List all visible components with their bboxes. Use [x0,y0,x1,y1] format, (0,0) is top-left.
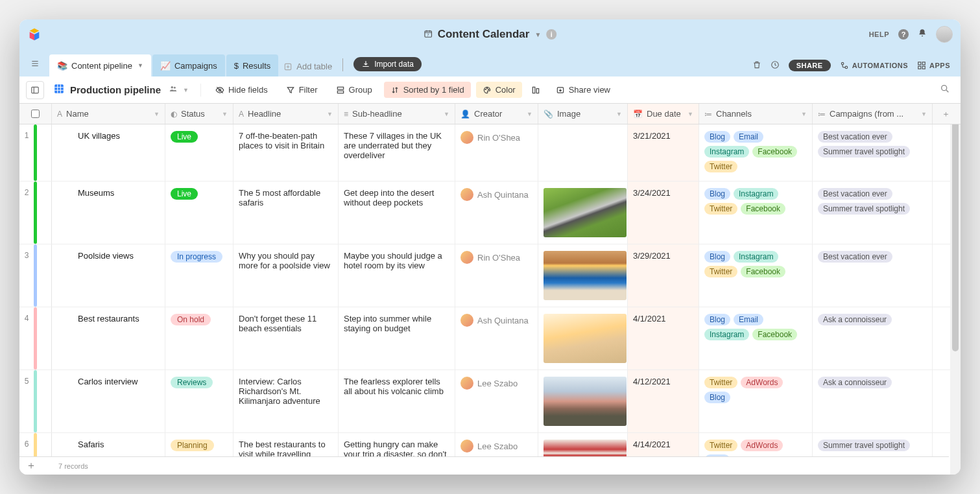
cell-due-date[interactable]: 3/24/2021 [628,182,699,244]
add-record-button[interactable]: ＋ [26,459,45,473]
cell-subheadline[interactable]: Get deep into the desert without deep po… [339,182,455,244]
hamburger-icon[interactable] [25,53,45,74]
cell-status[interactable]: On hold [165,307,233,370]
column-header-subheadline[interactable]: ≡Sub-headline▼ [339,104,455,124]
help-icon[interactable]: ? [898,29,909,40]
cell-channels[interactable]: BlogInstagramTwitterFacebook [699,182,813,244]
cell-due-date[interactable]: 4/1/2021 [628,307,699,370]
column-header-due-date[interactable]: 📅Due date▼ [628,104,699,124]
hide-fields-button[interactable]: Hide fields [209,82,274,98]
cell-channels[interactable]: BlogInstagramTwitterFacebook [699,244,813,307]
vertical-scrollbar[interactable] [950,104,961,475]
column-header-creator[interactable]: 👤Creator▼ [455,104,538,124]
import-data-button[interactable]: Import data [353,57,422,71]
trash-icon[interactable] [752,60,761,71]
info-icon[interactable]: i [546,29,556,40]
table-row[interactable]: 4 Best restaurants On hold Don't forget … [19,307,961,370]
table-row[interactable]: 5 Carlos interview Reviews Interview: Ca… [19,370,961,433]
cell-image[interactable] [538,244,628,307]
cell-name[interactable]: UK villages [52,124,165,181]
column-header-image[interactable]: 📎Image▼ [538,104,628,124]
cell-status[interactable]: Live [165,124,233,181]
cell-image[interactable] [538,182,628,244]
row-number[interactable]: 2 [19,182,52,244]
cell-headline[interactable]: Why you should pay more for a poolside v… [233,244,339,307]
cell-status[interactable]: In progress [165,244,233,307]
help-link[interactable]: HELP [869,30,889,38]
status-badge: In progress [171,251,222,263]
cell-campaigns[interactable]: Ask a connoisseur [813,307,933,370]
add-column-button[interactable]: ＋ [933,104,959,124]
table-row[interactable]: 1 UK villages Live 7 off-the-beaten-path… [19,124,961,182]
svg-rect-22 [532,87,535,93]
cell-headline[interactable]: Don't forget these 11 beach essentials [233,307,339,370]
cell-channels[interactable]: BlogEmailInstagramFacebook [699,307,813,370]
column-header-campaigns[interactable]: ≔Campaigns (from ...▼ [813,104,933,124]
share-view-button[interactable]: Share view [549,82,617,98]
table-tab[interactable]: 📈Campaigns [152,54,225,76]
table-tab[interactable]: $Results [226,54,279,76]
search-icon[interactable] [936,80,954,100]
cell-subheadline[interactable]: Step into summer while staying on budget [339,307,455,370]
column-header-name[interactable]: AName▼ [52,104,165,124]
cell-status[interactable]: Live [165,182,233,244]
cell-campaigns[interactable]: Ask a connoisseur [813,370,933,432]
column-header-status[interactable]: ◐Status▼ [165,104,233,124]
view-switcher[interactable]: Production pipeline ▼ [49,83,193,97]
cell-name[interactable]: Museums [52,182,165,244]
column-header-channels[interactable]: ≔Channels▼ [699,104,813,124]
cell-creator[interactable]: Ash Quintana [455,307,538,370]
cell-campaigns[interactable]: Best vacation everSummer travel spotligh… [813,182,933,244]
cell-headline[interactable]: Interview: Carlos Richardson's Mt. Kilim… [233,370,339,432]
table-tab[interactable]: 📚Content pipeline▼ [49,54,151,76]
group-button[interactable]: Group [329,82,379,98]
user-avatar[interactable] [936,26,953,43]
sort-button[interactable]: Sorted by 1 field [384,82,471,98]
column-header-headline[interactable]: AHeadline▼ [233,104,339,124]
cell-due-date[interactable]: 4/12/2021 [628,370,699,432]
apps-button[interactable]: APPS [917,61,950,70]
cell-due-date[interactable]: 3/21/2021 [628,124,699,181]
automations-button[interactable]: AUTOMATIONS [840,61,908,70]
row-height-button[interactable] [527,82,544,98]
cell-image[interactable] [538,124,628,181]
cell-channels[interactable]: TwitterAdWordsBlog [699,370,813,432]
bell-icon[interactable] [918,29,927,40]
cell-campaigns[interactable]: Best vacation ever [813,244,933,307]
base-title-wrap[interactable]: 7 Content Calendar ▼ i [424,28,557,41]
cell-creator[interactable]: Rin O'Shea [455,244,538,307]
apps-label: APPS [929,62,950,69]
cell-name[interactable]: Best restaurants [52,307,165,370]
cell-creator[interactable]: Lee Szabo [455,370,538,432]
row-number[interactable]: 5 [19,370,52,432]
cell-name[interactable]: Carlos interview [52,370,165,432]
svg-point-19 [485,89,486,89]
cell-image[interactable] [538,370,628,432]
table-row[interactable]: 3 Poolside views In progress Why you sho… [19,244,961,307]
row-number[interactable]: 1 [19,124,52,181]
share-button[interactable]: SHARE [789,60,831,71]
cell-image[interactable] [538,307,628,370]
cell-subheadline[interactable]: These 7 villages in the UK are underrate… [339,124,455,181]
cell-status[interactable]: Reviews [165,370,233,432]
history-icon[interactable] [771,60,780,71]
sidebar-toggle-icon[interactable] [26,81,44,99]
cell-subheadline[interactable]: The fearless explorer tells all about hi… [339,370,455,432]
add-table-button[interactable]: Add table [280,62,336,71]
table-row[interactable]: 2 Museums Live The 5 most affordable saf… [19,182,961,244]
cell-creator[interactable]: Rin O'Shea [455,124,538,181]
app-logo[interactable] [27,27,42,41]
cell-name[interactable]: Poolside views [52,244,165,307]
cell-campaigns[interactable]: Best vacation everSummer travel spotligh… [813,124,933,181]
cell-creator[interactable]: Ash Quintana [455,182,538,244]
color-button[interactable]: Color [476,82,522,98]
cell-headline[interactable]: The 5 most affordable safaris [233,182,339,244]
cell-due-date[interactable]: 3/29/2021 [628,244,699,307]
cell-headline[interactable]: 7 off-the-beaten-path places to visit in… [233,124,339,181]
filter-button[interactable]: Filter [280,82,324,98]
select-all-checkbox[interactable] [19,104,52,124]
cell-channels[interactable]: BlogEmailInstagramFacebookTwitter [699,124,813,181]
cell-subheadline[interactable]: Maybe you should judge a hotel room by i… [339,244,455,307]
row-number[interactable]: 3 [19,244,52,307]
row-number[interactable]: 4 [19,307,52,370]
